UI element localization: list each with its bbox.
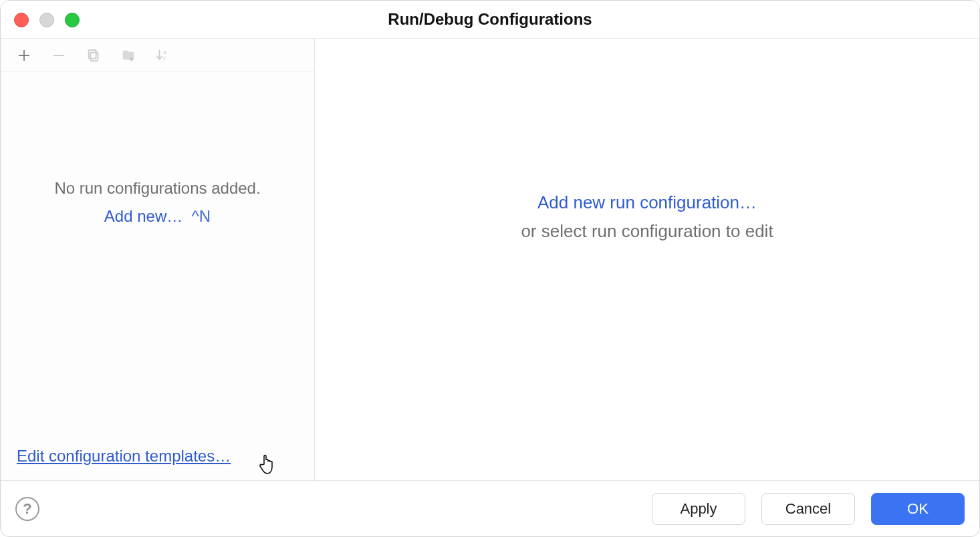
main-area: az No run configurations added. Add new…… [1,38,979,480]
pointer-cursor-icon [257,451,279,478]
add-configuration-button[interactable] [14,45,34,65]
sidebar-body: No run configurations added. Add new… ^N… [1,72,314,480]
sidebar-toolbar: az [1,39,314,72]
svg-text:a: a [163,49,166,55]
remove-configuration-button[interactable] [49,45,69,65]
svg-rect-3 [90,52,98,61]
window-controls [14,13,80,27]
dialog-footer: ? Apply Cancel OK [1,480,979,536]
cancel-button[interactable]: Cancel [761,493,855,525]
sidebar-empty-state: No run configurations added. Add new… ^N [1,179,314,226]
copy-configuration-button[interactable] [84,45,104,65]
sort-az-icon: az [156,48,170,63]
sidebar-empty-text: No run configurations added. [11,179,303,198]
minimize-window-button[interactable] [39,13,54,27]
copy-icon [86,48,101,63]
sidebar-bottom-links: Edit configuration templates… [17,447,231,466]
help-button[interactable]: ? [15,497,39,521]
content-panel: Add new run configuration… or select run… [315,39,979,480]
sidebar: az No run configurations added. Add new…… [1,39,315,480]
titlebar: Run/Debug Configurations [1,1,979,38]
dialog-run-debug-configurations: Run/Debug Configurations az [0,0,980,537]
svg-rect-4 [89,49,96,58]
sidebar-add-new-link[interactable]: Add new… [104,207,182,225]
close-window-button[interactable] [14,13,29,27]
folder-icon [121,48,136,63]
content-or-select-text: or select run configuration to edit [315,221,979,242]
ok-button[interactable]: OK [871,493,965,525]
zoom-window-button[interactable] [65,13,80,27]
svg-text:z: z [163,55,166,61]
edit-configuration-templates-link[interactable]: Edit configuration templates… [17,447,231,465]
save-to-folder-button[interactable] [118,45,138,65]
sort-az-button[interactable]: az [153,45,173,65]
minus-icon [51,48,66,63]
content-add-new-link[interactable]: Add new run configuration… [315,192,979,213]
sidebar-add-new-shortcut: ^N [192,207,211,225]
content-empty-state: Add new run configuration… or select run… [315,192,979,242]
window-title: Run/Debug Configurations [388,10,592,29]
plus-icon [17,48,31,63]
apply-button[interactable]: Apply [652,493,745,525]
